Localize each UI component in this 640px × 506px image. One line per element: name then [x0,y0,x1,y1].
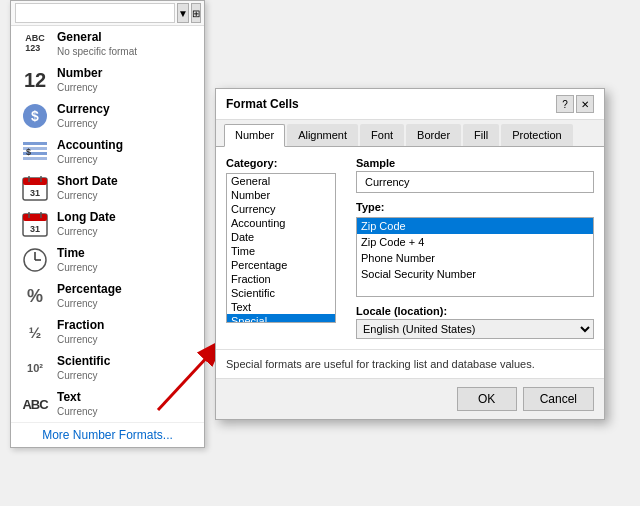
category-special[interactable]: Special [227,314,335,323]
category-accounting[interactable]: Accounting [227,216,335,230]
tab-alignment[interactable]: Alignment [287,124,358,146]
tab-protection[interactable]: Protection [501,124,573,146]
type-list[interactable]: Zip Code Zip Code + 4 Phone Number Socia… [356,217,594,297]
general-label: General [57,30,137,46]
fraction-label: Fraction [57,318,104,334]
number-sublabel: Currency [57,82,102,94]
format-cells-dialog: Format Cells ? ✕ Number Alignment Font B… [215,88,605,420]
svg-text:$: $ [31,108,39,124]
time-label: Time [57,246,98,262]
format-item-text[interactable]: ABC Text Currency [11,386,204,422]
category-time[interactable]: Time [227,244,335,258]
accounting-label: Accounting [57,138,123,154]
tab-font[interactable]: Font [360,124,404,146]
time-icon [19,246,51,274]
category-fraction[interactable]: Fraction [227,272,335,286]
time-sublabel: Currency [57,262,98,274]
format-item-percentage[interactable]: % Percentage Currency [11,278,204,314]
format-item-longdate[interactable]: 31 Long Date Currency [11,206,204,242]
svg-rect-2 [23,142,47,145]
more-formats-link[interactable]: More Number Formats... [11,422,204,447]
text-sublabel: Currency [57,406,98,418]
shortdate-label: Short Date [57,174,118,190]
format-item-general[interactable]: ABC123 General No specific format [11,26,204,62]
text-icon: ABC [19,390,51,418]
category-list[interactable]: General Number Currency Accounting Date … [226,173,336,323]
general-icon: ABC123 [19,30,51,58]
scientific-label: Scientific [57,354,110,370]
dialog-close-btn[interactable]: ✕ [576,95,594,113]
format-item-time[interactable]: Time Currency [11,242,204,278]
category-scientific[interactable]: Scientific [227,286,335,300]
svg-text:31: 31 [30,224,40,234]
number-icon: 12 [19,66,51,94]
dropdown-header: ▼ ⊞ [11,1,204,26]
text-label: Text [57,390,98,406]
sample-value: Currency [356,171,594,193]
longdate-sublabel: Currency [57,226,116,238]
category-general[interactable]: General [227,174,335,188]
svg-rect-8 [23,178,47,185]
dialog-footer: OK Cancel [216,378,604,419]
currency-label: Currency [57,102,110,118]
category-currency[interactable]: Currency [227,202,335,216]
dropdown-sort-btn[interactable]: ▼ [177,3,189,23]
format-item-currency[interactable]: $ Currency Currency [11,98,204,134]
dropdown-filter-btn[interactable]: ⊞ [191,3,201,23]
svg-text:31: 31 [30,188,40,198]
scientific-icon: 10² [19,354,51,382]
svg-rect-13 [23,214,47,221]
type-zipcode4[interactable]: Zip Code + 4 [357,234,593,250]
accounting-sublabel: Currency [57,154,123,166]
accounting-icon: $ [19,138,51,166]
format-item-scientific[interactable]: 10² Scientific Currency [11,350,204,386]
format-item-shortdate[interactable]: 31 Short Date Currency [11,170,204,206]
shortdate-sublabel: Currency [57,190,118,202]
percentage-label: Percentage [57,282,122,298]
dialog-titlebar: Format Cells ? ✕ [216,89,604,120]
scientific-sublabel: Currency [57,370,110,382]
tab-number[interactable]: Number [224,124,285,147]
locale-select[interactable]: English (United States) English (United … [356,319,594,339]
percentage-sublabel: Currency [57,298,122,310]
category-label: Category: [226,157,346,169]
format-dropdown: ▼ ⊞ ABC123 General No specific format 12… [10,0,205,448]
category-date[interactable]: Date [227,230,335,244]
cancel-button[interactable]: Cancel [523,387,594,411]
format-item-accounting[interactable]: $ Accounting Currency [11,134,204,170]
svg-rect-5 [23,157,47,160]
type-ssn[interactable]: Social Security Number [357,266,593,282]
dialog-window-controls: ? ✕ [556,95,594,113]
ok-button[interactable]: OK [457,387,517,411]
locale-label: Locale (location): [356,305,594,317]
number-label: Number [57,66,102,82]
tab-border[interactable]: Border [406,124,461,146]
dialog-help-btn[interactable]: ? [556,95,574,113]
tab-fill[interactable]: Fill [463,124,499,146]
svg-text:$: $ [26,147,31,157]
percentage-icon: % [19,282,51,310]
category-text[interactable]: Text [227,300,335,314]
dialog-title: Format Cells [226,97,299,111]
currency-sublabel: Currency [57,118,110,130]
type-label: Type: [356,201,594,213]
category-percentage[interactable]: Percentage [227,258,335,272]
currency-icon: $ [19,102,51,130]
category-number[interactable]: Number [227,188,335,202]
dialog-body: Category: General Number Currency Accoun… [216,147,604,349]
description-text: Special formats are useful for tracking … [216,349,604,378]
fraction-sublabel: Currency [57,334,104,346]
type-zipcode[interactable]: Zip Code [357,218,593,234]
dialog-tabs: Number Alignment Font Border Fill Protec… [216,120,604,147]
sample-label: Sample [356,157,594,169]
format-item-fraction[interactable]: ½ Fraction Currency [11,314,204,350]
longdate-label: Long Date [57,210,116,226]
format-search-input[interactable] [15,3,175,23]
longdate-icon: 31 [19,210,51,238]
general-sublabel: No specific format [57,46,137,58]
format-item-number[interactable]: 12 Number Currency [11,62,204,98]
type-phone[interactable]: Phone Number [357,250,593,266]
fraction-icon: ½ [19,318,51,346]
shortdate-icon: 31 [19,174,51,202]
